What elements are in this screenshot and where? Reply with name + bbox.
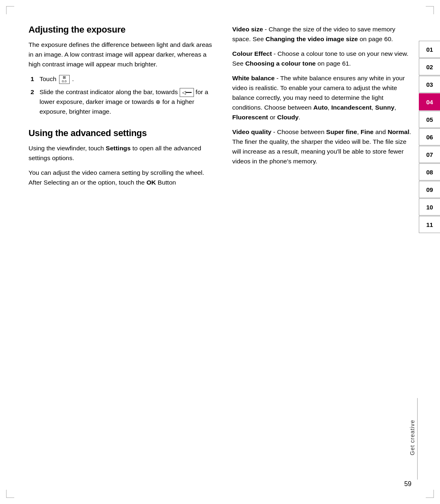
changing-video-link: Changing the video image size: [266, 35, 358, 42]
step-2-number: 2: [31, 87, 36, 97]
ok-bold: OK: [147, 179, 156, 186]
main-content: Adjusting the exposure The exposure defi…: [29, 24, 411, 480]
sidebar-tab-07[interactable]: 07: [419, 146, 440, 163]
right-column: Video size - Change the size of the vide…: [228, 24, 411, 480]
white-balance-item: White balance - The white balance ensure…: [232, 73, 411, 122]
corner-mark-tl: [6, 6, 14, 14]
choosing-colour-link: Choosing a colour tone: [245, 60, 316, 67]
sidebar-tab-10[interactable]: 10: [419, 198, 440, 216]
exposure-paragraph1: The exposure defines the difference betw…: [29, 40, 216, 69]
step-1-number: 1: [31, 74, 36, 84]
exposure-icon: ⊠0.0: [59, 75, 70, 84]
settings-bold: Settings: [106, 145, 131, 152]
video-size-item: Video size - Change the size of the vide…: [232, 24, 411, 44]
advanced-paragraph2: You can adjust the video camera setting …: [29, 168, 216, 187]
section-title-exposure: Adjusting the exposure: [29, 24, 216, 35]
steps-list: 1 Touch ⊠0.0 . 2 Slide the contrast indi…: [31, 74, 216, 117]
step-1: 1 Touch ⊠0.0 .: [31, 74, 216, 84]
corner-mark-bl: [6, 490, 14, 498]
sidebar-tab-03[interactable]: 03: [419, 76, 440, 93]
video-quality-label: Video quality: [232, 128, 271, 135]
video-quality-item: Video quality - Choose between Super fin…: [232, 127, 411, 166]
section-advanced-settings: Using the advanced settings Using the vi…: [29, 128, 216, 187]
sidebar-tab-04[interactable]: 04: [419, 93, 440, 110]
page-number: 59: [404, 480, 411, 488]
white-balance-options: Auto: [313, 104, 328, 111]
section-title-advanced: Using the advanced settings: [29, 128, 216, 139]
vertical-divider: [417, 398, 418, 480]
colour-effect-label: Colour Effect: [232, 50, 272, 57]
step-1-text: Touch ⊠0.0 .: [40, 74, 216, 84]
sidebar-tab-02[interactable]: 02: [419, 58, 440, 75]
sidebar-tab-05[interactable]: 05: [419, 111, 440, 128]
sidebar-tab-06[interactable]: 06: [419, 128, 440, 145]
corner-mark-br: [426, 490, 434, 498]
step-2: 2 Slide the contrast indicator along the…: [31, 87, 216, 117]
sidebar-tab-09[interactable]: 09: [419, 181, 440, 198]
section-adjusting-exposure: Adjusting the exposure The exposure defi…: [29, 24, 216, 117]
step-2-text: Slide the contrast indicator along the b…: [40, 87, 216, 117]
advanced-paragraph1: Using the viewfinder, touch Settings to …: [29, 143, 216, 163]
corner-mark-tr: [426, 6, 434, 14]
sidebar-tabs: 0102030405060708091011: [419, 41, 440, 233]
colour-effect-item: Colour Effect - Choose a colour tone to …: [232, 49, 411, 68]
white-balance-label: White balance: [232, 75, 275, 81]
sidebar-tab-08[interactable]: 08: [419, 163, 440, 180]
sidebar-tab-11[interactable]: 11: [419, 216, 440, 233]
left-column: Adjusting the exposure The exposure defi…: [29, 24, 228, 480]
sidebar-tab-01[interactable]: 01: [419, 41, 440, 58]
video-size-label: Video size: [232, 26, 263, 33]
